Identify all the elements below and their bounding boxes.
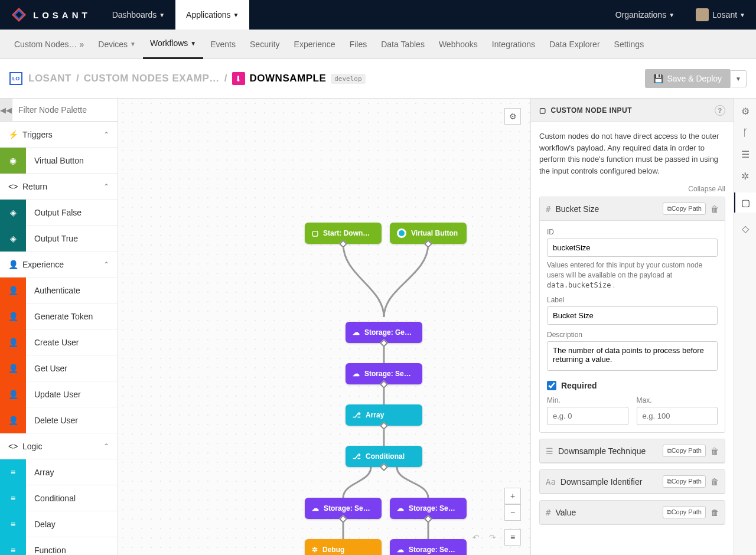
copy-path-button[interactable]: ⧉Copy Path bbox=[663, 506, 706, 518]
palette-node-delete-user[interactable]: 👤Delete User bbox=[0, 407, 118, 433]
collapse-all-link[interactable]: Collapse All bbox=[539, 185, 725, 193]
palette-node-update-user[interactable]: 👤Update User bbox=[0, 381, 118, 407]
node-type-icon: ☁ bbox=[397, 504, 404, 512]
redo-button[interactable]: ↷ bbox=[484, 529, 501, 546]
copy-path-button[interactable]: ⧉Copy Path bbox=[663, 445, 706, 457]
subnav-files[interactable]: Files bbox=[343, 30, 374, 59]
description-label: Description bbox=[547, 331, 718, 339]
canvas-menu-button[interactable]: ≡ bbox=[504, 529, 521, 546]
crumb-page: DOWNSAMPLE bbox=[250, 73, 327, 84]
delete-icon[interactable]: 🗑 bbox=[711, 508, 719, 517]
inspector-title: CUSTOM NODE INPUT bbox=[551, 106, 633, 115]
rail-debug-icon[interactable]: ✲ bbox=[741, 171, 749, 182]
workflow-canvas[interactable]: ▢Start: Down…Virtual Button☁Storage: Ge…… bbox=[118, 99, 530, 555]
palette-node-virtual-button[interactable]: ◉Virtual Button bbox=[0, 148, 118, 174]
subnav-security[interactable]: Security bbox=[243, 30, 287, 59]
subnav-data-explorer[interactable]: Data Explorer bbox=[542, 30, 607, 59]
input-icon: ▢ bbox=[539, 106, 546, 115]
branch-tag[interactable]: develop bbox=[331, 74, 365, 84]
node-icon: 👤 bbox=[0, 329, 26, 355]
brand-text: LOSANT bbox=[33, 10, 91, 20]
id-input[interactable] bbox=[547, 239, 718, 257]
palette-section-return[interactable]: <>Return⌃ bbox=[0, 174, 118, 200]
palette-section-triggers[interactable]: ⚡Triggers⌃ bbox=[0, 122, 118, 148]
panel-header[interactable]: # Value ⧉Copy Path 🗑 bbox=[540, 501, 725, 524]
palette-node-generate-token[interactable]: 👤Generate Token bbox=[0, 303, 118, 329]
palette-node-get-user[interactable]: 👤Get User bbox=[0, 355, 118, 381]
rail-versions-icon[interactable]: ᚴ bbox=[742, 128, 748, 138]
subnav-webhooks[interactable]: Webhooks bbox=[432, 30, 485, 59]
palette-collapse-button[interactable]: ◀◀ bbox=[0, 99, 12, 121]
nav-user-menu[interactable]: Losant▼ bbox=[685, 0, 756, 30]
crumb-org[interactable]: LOSANT bbox=[28, 73, 71, 84]
panel-header[interactable]: ☰ Downsample Technique ⧉Copy Path 🗑 bbox=[540, 439, 725, 463]
flow-node-ssR2[interactable]: ☁Storage: Se… bbox=[390, 539, 467, 555]
subnav-integrations[interactable]: Integrations bbox=[485, 30, 542, 59]
deploy-dropdown[interactable]: ▼ bbox=[730, 70, 747, 87]
rail-storage-icon[interactable]: ☰ bbox=[741, 149, 750, 160]
zoom-in-button[interactable]: + bbox=[504, 488, 521, 504]
node-palette: ◀◀ ⚡Triggers⌃◉Virtual Button<>Return⌃◈Ou… bbox=[0, 99, 118, 555]
rail-settings-icon[interactable]: ⚙ bbox=[741, 106, 750, 117]
nav-organizations[interactable]: Organizations▼ bbox=[605, 0, 685, 30]
palette-section-logic[interactable]: <>Logic⌃ bbox=[0, 433, 118, 459]
palette-node-authenticate[interactable]: 👤Authenticate bbox=[0, 278, 118, 303]
help-icon[interactable]: ? bbox=[715, 105, 725, 116]
node-icon: 👤 bbox=[0, 381, 26, 407]
node-icon: 👤 bbox=[0, 407, 26, 433]
min-input[interactable] bbox=[547, 407, 628, 425]
rail-input-icon[interactable]: ▢ bbox=[734, 192, 757, 213]
delete-icon[interactable]: 🗑 bbox=[711, 204, 719, 214]
subnav-workflows[interactable]: Workflows▼ bbox=[143, 30, 203, 59]
subnav-devices[interactable]: Devices▼ bbox=[91, 30, 143, 59]
undo-button[interactable]: ↶ bbox=[468, 529, 484, 546]
palette-node-function[interactable]: ≡Function bbox=[0, 537, 118, 555]
required-checkbox-row[interactable]: Required bbox=[547, 381, 718, 390]
delete-icon[interactable]: 🗑 bbox=[711, 477, 719, 487]
max-label: Max. bbox=[637, 396, 718, 404]
palette-node-output-true[interactable]: ◈Output True bbox=[0, 226, 118, 252]
org-icon: LO bbox=[9, 72, 22, 85]
chevron-down-icon: ▼ bbox=[739, 12, 745, 18]
nav-dashboards[interactable]: Dashboards▼ bbox=[102, 0, 175, 30]
palette-node-array[interactable]: ≡Array bbox=[0, 459, 118, 485]
required-checkbox[interactable] bbox=[547, 381, 556, 390]
delete-icon[interactable]: 🗑 bbox=[711, 446, 719, 456]
nav-applications[interactable]: Applications▼ bbox=[175, 0, 249, 30]
subnav-experience[interactable]: Experience bbox=[287, 30, 343, 59]
palette-node-output-false[interactable]: ◈Output False bbox=[0, 200, 118, 226]
label-label: Label bbox=[547, 296, 718, 304]
subnav-custom-nodes[interactable]: Custom Nodes… » bbox=[7, 30, 91, 59]
palette-filter-input[interactable] bbox=[12, 99, 118, 121]
node-type-icon: ▢ bbox=[312, 229, 318, 237]
palette-node-create-user[interactable]: 👤Create User bbox=[0, 329, 118, 355]
description-input[interactable] bbox=[547, 341, 718, 371]
section-icon: 👤 bbox=[8, 260, 19, 269]
select-icon: ☰ bbox=[546, 446, 553, 456]
label-input[interactable] bbox=[547, 306, 718, 325]
rail-output-icon[interactable]: ◇ bbox=[742, 223, 749, 234]
section-icon: <> bbox=[8, 442, 19, 451]
copy-path-button[interactable]: ⧉Copy Path bbox=[663, 203, 706, 215]
brand-logo[interactable]: LOSANT bbox=[0, 6, 102, 23]
save-deploy-button[interactable]: 💾Save & Deploy bbox=[645, 69, 730, 88]
palette-node-delay[interactable]: ≡Delay bbox=[0, 511, 118, 537]
chevron-down-icon: ▼ bbox=[159, 12, 165, 18]
panel-header[interactable]: Aa Downsample Identifier ⧉Copy Path 🗑 bbox=[540, 470, 725, 494]
palette-node-conditional[interactable]: ≡Conditional bbox=[0, 485, 118, 511]
copy-path-button[interactable]: ⧉Copy Path bbox=[663, 475, 706, 488]
flow-node-dbg[interactable]: ✲Debug bbox=[305, 539, 382, 555]
canvas-settings-button[interactable]: ⚙ bbox=[504, 108, 521, 125]
input-panel-technique: ☰ Downsample Technique ⧉Copy Path 🗑 bbox=[539, 439, 725, 463]
panel-header[interactable]: # Bucket Size ⧉Copy Path 🗑 bbox=[540, 197, 725, 221]
subnav-data-tables[interactable]: Data Tables bbox=[374, 30, 432, 59]
crumb-app[interactable]: CUSTOM NODES EXAMP… bbox=[84, 73, 220, 84]
max-input[interactable] bbox=[637, 407, 718, 425]
palette-section-experience[interactable]: 👤Experience⌃ bbox=[0, 252, 118, 278]
node-icon: 👤 bbox=[0, 355, 26, 381]
zoom-out-button[interactable]: − bbox=[504, 504, 521, 521]
download-icon: ⬇ bbox=[232, 72, 245, 85]
subnav-settings[interactable]: Settings bbox=[607, 30, 651, 59]
subnav-events[interactable]: Events bbox=[203, 30, 243, 59]
logo-icon bbox=[11, 6, 27, 23]
